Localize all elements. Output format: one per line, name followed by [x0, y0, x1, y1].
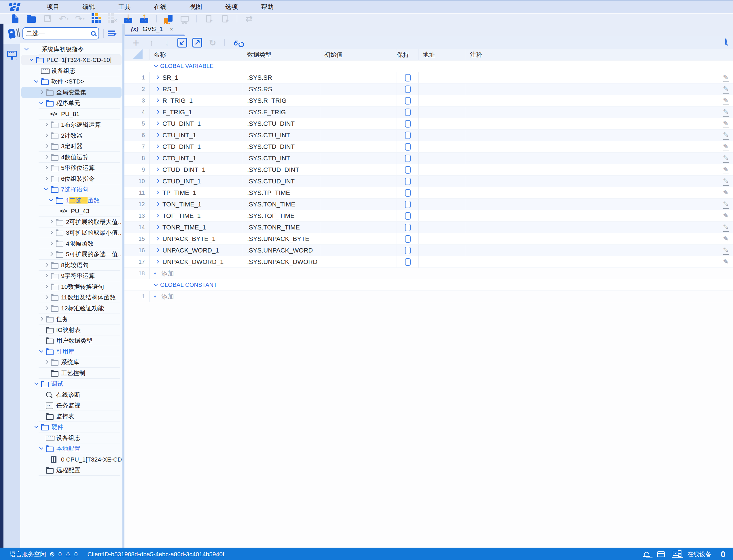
table-row[interactable]: 2 RS_1 .SYS.RS ✎ [124, 83, 733, 95]
table-row[interactable]: 8 CTD_INT_1 .SYS.CTD_INT ✎ [124, 153, 733, 164]
edit-pencil-icon[interactable]: ✎ [723, 108, 730, 117]
tree-item[interactable]: 调试 [21, 379, 121, 390]
warning-count[interactable]: 0 [74, 551, 78, 558]
new-file-icon[interactable] [9, 14, 22, 24]
cell-name[interactable]: R_TRIG_1 [150, 95, 243, 106]
expand-row-icon[interactable] [154, 75, 162, 81]
notifications-bell-icon[interactable] [644, 552, 649, 557]
move-up-icon[interactable]: ↑ [145, 37, 158, 48]
cell-comment[interactable]: ✎ [466, 95, 733, 106]
cell-init[interactable] [320, 222, 397, 233]
tree-chevron-icon[interactable] [43, 187, 50, 192]
tree-item[interactable]: 引用库 [21, 346, 121, 357]
import-icon[interactable]: ↙ [177, 38, 187, 48]
expand-row-icon[interactable] [154, 213, 162, 219]
retain-checkbox[interactable] [405, 120, 411, 128]
retain-checkbox[interactable] [405, 166, 411, 174]
tree-item[interactable]: 1布尔逻辑运算 [21, 119, 121, 130]
cell-comment[interactable]: ✎ [466, 176, 733, 187]
menu-item[interactable]: 项目 [35, 1, 71, 13]
tree-chevron-icon[interactable] [43, 133, 50, 138]
expand-row-icon[interactable] [154, 248, 162, 253]
menu-item[interactable]: 工具 [107, 1, 142, 13]
tree-item[interactable]: 监控表 [21, 411, 121, 422]
cell-comment[interactable]: ✎ [466, 107, 733, 118]
tree-item[interactable]: IO映射表 [21, 324, 121, 335]
column-header-keep[interactable]: 保持 [397, 49, 419, 60]
menu-item[interactable]: 在线 [142, 1, 178, 13]
table-row[interactable]: 7 CTD_DINT_1 .SYS.CTD_DINT ✎ [124, 141, 733, 153]
cell-init[interactable] [320, 118, 397, 129]
upload-from-plc-icon[interactable]: ↑ [138, 14, 151, 24]
column-header-name[interactable]: 名称 [150, 49, 243, 60]
cell-type[interactable]: .SYS.UNPACK_WORD [243, 245, 320, 256]
tree-item[interactable]: 5串移位运算 [21, 163, 121, 174]
tree-item[interactable]: 本地配置 [21, 443, 121, 454]
tree-chevron-icon[interactable] [48, 198, 55, 203]
tree-item[interactable]: 远程配置 [21, 465, 121, 476]
cell-addr[interactable] [419, 245, 466, 256]
edit-pencil-icon[interactable]: ✎ [723, 189, 730, 197]
table-row[interactable]: 16 UNPACK_WORD_1 .SYS.UNPACK_WORD ✎ [124, 245, 733, 256]
expand-row-icon[interactable] [154, 259, 162, 265]
cell-init[interactable] [320, 95, 397, 106]
expand-row-icon[interactable] [154, 121, 162, 127]
retain-checkbox[interactable] [405, 201, 411, 208]
table-row[interactable]: 15 UNPACK_BYTE_1 .SYS.UNPACK_BYTE ✎ [124, 233, 733, 245]
cell-init[interactable] [320, 72, 397, 83]
table-row[interactable]: 17 UNPACK_DWORD_1 .SYS.UNPACK_DWORD ✎ [124, 256, 733, 268]
edit-pencil-icon[interactable]: ✎ [723, 73, 730, 82]
tree-chevron-icon[interactable] [38, 90, 45, 95]
edit-pencil-icon[interactable]: ✎ [723, 177, 730, 186]
cell-name[interactable]: TOF_TIME_1 [150, 210, 243, 221]
retain-checkbox[interactable] [405, 132, 411, 139]
cell-init[interactable] [320, 176, 397, 187]
cell-init[interactable] [320, 107, 397, 118]
add-constant-row[interactable]: 1 • 添加 [124, 291, 733, 302]
retain-checkbox[interactable] [405, 235, 411, 243]
cell-addr[interactable] [419, 118, 466, 129]
retain-checkbox[interactable] [405, 212, 411, 220]
tree-chevron-icon[interactable] [43, 295, 50, 300]
tree-item[interactable]: 3定时器 [21, 141, 121, 152]
tree-item[interactable]: 0 CPU_1[T324-XE-CD… [21, 454, 121, 465]
library-blocks-icon[interactable] [89, 14, 102, 24]
cell-init[interactable] [320, 153, 397, 164]
cell-addr[interactable] [419, 72, 466, 83]
cell-comment[interactable]: ✎ [466, 164, 733, 175]
tree-item[interactable]: 2可扩展的取最大值… [21, 217, 121, 227]
expand-row-icon[interactable] [154, 144, 162, 150]
add-row-label[interactable]: 添加 [161, 269, 174, 278]
edit-pencil-icon[interactable]: ✎ [723, 96, 730, 105]
edit-pencil-icon[interactable]: ✎ [723, 246, 730, 255]
edit-pencil-icon[interactable]: ✎ [723, 200, 730, 209]
cell-init[interactable] [320, 141, 397, 152]
tree-chevron-icon[interactable] [48, 230, 55, 236]
cell-addr[interactable] [419, 210, 466, 221]
cell-comment[interactable]: ✎ [466, 141, 733, 152]
retain-checkbox[interactable] [405, 97, 411, 105]
edit-pencil-icon[interactable]: ✎ [723, 131, 730, 140]
cell-init[interactable] [320, 245, 397, 256]
cell-init[interactable] [320, 83, 397, 95]
cell-type[interactable]: .SYS.RS [243, 83, 320, 95]
tree-chevron-icon[interactable] [48, 251, 55, 257]
expand-row-icon[interactable] [154, 167, 162, 173]
table-row[interactable]: 1 SR_1 .SYS.SR ✎ [124, 72, 733, 83]
expand-row-icon[interactable] [154, 202, 162, 207]
cell-type[interactable]: .SYS.CTD_INT [243, 153, 320, 164]
grid-search-icon[interactable] [725, 39, 727, 44]
device-run-icon[interactable] [202, 14, 215, 24]
table-row[interactable]: 9 CTUD_DINT_1 .SYS.CTUD_DINT ✎ [124, 164, 733, 176]
tree-item[interactable]: PLC_1[T324-XE-CD-10] [21, 55, 121, 66]
tree-chevron-icon[interactable] [33, 424, 40, 430]
cell-init[interactable] [320, 233, 397, 244]
cell-addr[interactable] [419, 95, 466, 106]
tree-item[interactable]: 5可扩展的多选一值… [21, 249, 121, 260]
cell-addr[interactable] [419, 141, 466, 152]
tree-chevron-icon[interactable] [38, 446, 45, 451]
edit-pencil-icon[interactable]: ✎ [723, 119, 730, 128]
cell-type[interactable]: .SYS.F_TRIG [243, 107, 320, 118]
cell-type[interactable]: .SYS.TP_TIME [243, 187, 320, 198]
cell-addr[interactable] [419, 256, 466, 267]
